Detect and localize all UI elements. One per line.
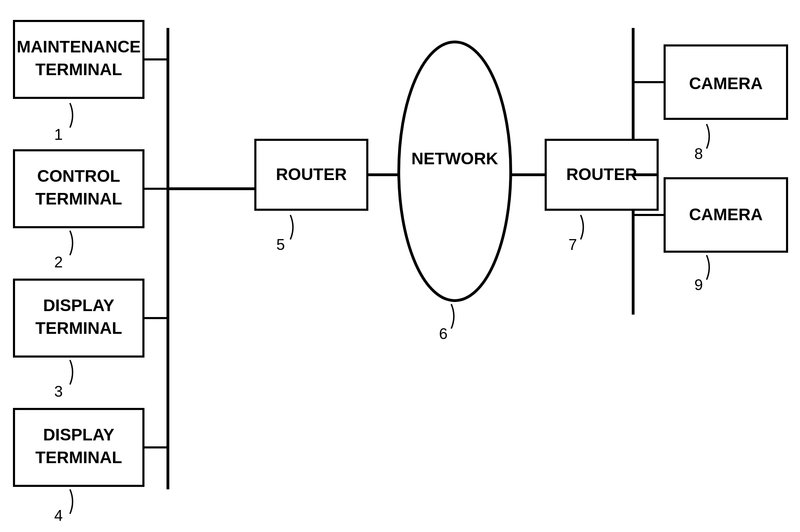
node-number-3: 3 xyxy=(54,383,63,400)
camera-1-label: CAMERA xyxy=(689,74,763,93)
node-number-4: 4 xyxy=(54,507,63,524)
router-left-label: ROUTER xyxy=(276,165,347,184)
maintenance-terminal-box xyxy=(14,21,143,98)
display-terminal-2-box xyxy=(14,409,143,486)
control-terminal-label-2: TERMINAL xyxy=(35,189,122,208)
node-number-9: 9 xyxy=(694,276,703,293)
display-terminal-2-label-2: TERMINAL xyxy=(35,448,122,467)
node-number-5: 5 xyxy=(276,236,285,253)
diagram-container: MAINTENANCE TERMINAL 1 CONTROL TERMINAL … xyxy=(0,0,800,532)
node-number-7: 7 xyxy=(568,236,577,253)
maintenance-terminal-label-1: MAINTENANCE xyxy=(17,37,141,56)
node-number-2: 2 xyxy=(54,253,63,271)
camera-2-label: CAMERA xyxy=(689,205,763,224)
network-ellipse xyxy=(399,42,511,301)
control-terminal-box xyxy=(14,150,143,227)
control-terminal-label-1: CONTROL xyxy=(37,167,120,185)
node-number-1: 1 xyxy=(54,126,63,143)
maintenance-terminal-label-2: TERMINAL xyxy=(35,60,122,79)
node-number-8: 8 xyxy=(694,145,703,162)
display-terminal-1-label-2: TERMINAL xyxy=(35,319,122,337)
node-number-6: 6 xyxy=(439,325,447,342)
network-label: NETWORK xyxy=(411,149,498,168)
display-terminal-1-label-1: DISPLAY xyxy=(43,296,114,315)
display-terminal-2-label-1: DISPLAY xyxy=(43,425,114,444)
router-right-label: ROUTER xyxy=(566,165,637,184)
display-terminal-1-box xyxy=(14,280,143,357)
